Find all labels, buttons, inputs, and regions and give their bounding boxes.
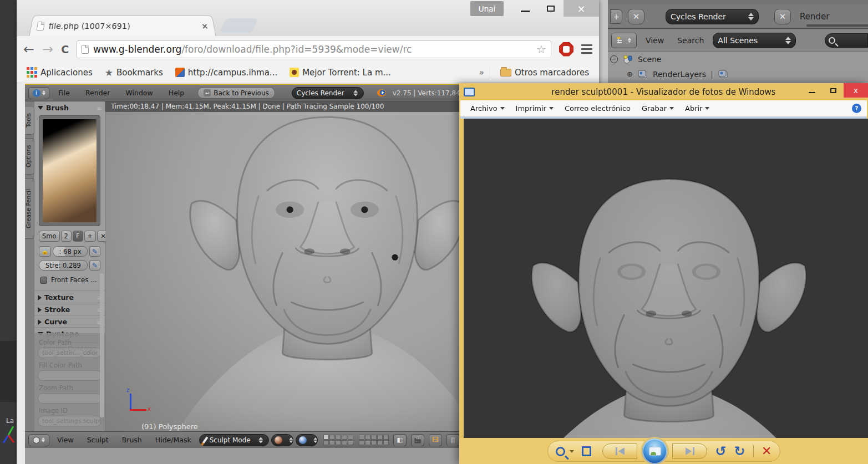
rotate-ccw-button[interactable]: ↺ <box>715 445 726 458</box>
bookmarks-overflow-button[interactable]: » <box>479 68 484 78</box>
folder-icon <box>500 69 511 77</box>
forward-button[interactable]: → <box>42 43 53 56</box>
tab-title: file.php (1007×691) <box>48 22 198 30</box>
brush-panel-header: Brush ≡ <box>34 101 105 113</box>
outliner-scope-dropdown[interactable]: All Scenes <box>713 33 796 48</box>
address-bar[interactable]: www.g-blender.org/foro/download/file.php… <box>77 40 551 58</box>
page-icon <box>82 45 89 54</box>
expand-icon[interactable]: ⊕ <box>627 70 633 78</box>
bookmark-star-icon[interactable]: ☆ <box>536 43 546 56</box>
viewer-titlebar[interactable]: render sculpt0001 - Visualizador de foto… <box>459 83 868 100</box>
shading-sphere-icon <box>299 436 307 444</box>
panel-closed-icon <box>38 295 42 300</box>
pause-icon: || <box>446 434 460 446</box>
minimize-button[interactable] <box>512 0 538 17</box>
new-tab-button[interactable] <box>220 18 258 33</box>
scene-label[interactable]: Scene <box>638 55 662 64</box>
layout-delete-button[interactable]: ✕ <box>628 9 644 24</box>
bookmark-campus[interactable]: http://campus.ihma... <box>171 68 282 78</box>
profile-button[interactable]: Unai <box>470 1 504 16</box>
editor-switch-arrows-icon <box>628 38 631 43</box>
chrome-menu-icon[interactable] <box>581 44 592 54</box>
render-engine-dropdown[interactable]: Cycles Render <box>666 9 759 24</box>
apps-grid-icon <box>27 67 37 78</box>
fit-to-window-button[interactable] <box>582 446 592 456</box>
previous-button[interactable] <box>602 443 637 459</box>
next-button[interactable] <box>672 443 707 459</box>
other-bookmarks-button[interactable]: Otros marcadores <box>496 68 593 78</box>
chrome-titlebar[interactable]: file.php (1007×691) × Unai × <box>17 0 599 36</box>
menu-imprimir[interactable]: Imprimir <box>511 104 558 113</box>
panel-scrollbar <box>100 273 104 417</box>
lamp-label-partial: La <box>6 417 14 425</box>
editor-switch-arrows-icon <box>42 90 45 95</box>
outliner-tree: − Scene ⊕ RenderLayers | <box>608 52 868 83</box>
viewer-minimize-button[interactable] <box>801 83 823 98</box>
menu-archivo[interactable]: Archivo <box>466 104 509 113</box>
viewport-editor-button <box>28 434 49 446</box>
collapse-icon[interactable]: − <box>610 55 618 63</box>
caret-down-icon <box>500 107 505 110</box>
editor-type-button[interactable] <box>611 33 637 48</box>
outliner-search-field[interactable] <box>825 33 868 48</box>
strength-slider: Stre: 0.289 <box>39 260 88 271</box>
outliner-menu-view[interactable]: View <box>641 36 668 45</box>
bookmark-torrent[interactable]: Mejor Torrent: La m... <box>285 68 395 78</box>
slideshow-button[interactable] <box>641 437 669 464</box>
menu-abrir[interactable]: Abrir <box>681 104 714 113</box>
delete-button[interactable]: ✕ <box>762 445 771 457</box>
strength-row: Stre: 0.289 ✎ <box>34 257 105 271</box>
proportional-edit-icon: ◧ <box>393 434 407 446</box>
radius-slider: : 68 px <box>53 246 88 257</box>
outliner-row-scene[interactable]: − Scene <box>608 52 868 67</box>
search-icon <box>829 37 835 44</box>
renderlayer-icon[interactable] <box>718 69 729 79</box>
bookmark-apps[interactable]: Aplicaciones <box>22 67 97 78</box>
back-to-previous-button: ↩ Back to Previous <box>197 87 275 99</box>
dropdown-arrows-icon <box>310 437 317 443</box>
dropdown-arrows-icon <box>350 90 358 96</box>
outliner-menu-search[interactable]: Search <box>673 36 708 45</box>
viewer-maximize-button[interactable] <box>823 83 844 98</box>
bookmark-bookmarks[interactable]: ★ Bookmarks <box>100 67 167 78</box>
menu-grabar[interactable]: Grabar <box>637 104 678 113</box>
help-button[interactable]: ? <box>852 104 861 113</box>
panel-closed-icon <box>38 307 42 313</box>
sculpt-mode-icon <box>202 436 208 444</box>
torrent-favicon-icon <box>290 68 299 77</box>
dropdown-arrows-icon <box>781 37 791 44</box>
tool-shelf-panel: Brush ≡ Smo 2 F + ✕ 🔒 : <box>34 101 105 448</box>
outliner-row-renderlayers[interactable]: ⊕ RenderLayers | <box>608 67 868 81</box>
viewer-bottom-band: ↺ ↻ ✕ <box>459 438 868 464</box>
back-button[interactable]: ← <box>23 43 34 56</box>
scene-layers-grid-2 <box>359 435 389 445</box>
matcap-sphere-icon <box>275 436 282 444</box>
rotate-cw-button[interactable]: ↻ <box>734 445 745 458</box>
scene-delete-button[interactable]: ✕ <box>774 9 791 24</box>
menu-correo[interactable]: Correo electrónico <box>560 104 635 113</box>
browser-tab[interactable]: file.php (1007×691) × <box>29 15 216 36</box>
renderlayers-label[interactable]: RenderLayers <box>653 70 706 79</box>
reload-button[interactable]: C <box>61 43 69 55</box>
maximize-button[interactable] <box>538 0 564 17</box>
page-favicon-icon <box>36 22 45 30</box>
viewer-close-button[interactable]: x <box>844 83 868 98</box>
outliner-header: View Search All Scenes <box>608 29 868 52</box>
mode-dropdown: Sculpt Mode <box>199 434 269 446</box>
tab-tools: Tools <box>25 106 34 135</box>
color-path-label: Color Path <box>39 339 100 346</box>
tab-close-button[interactable]: × <box>201 22 209 30</box>
screen-icon: ↩ <box>204 89 211 96</box>
tab-grease-pencil: Grease Pencil <box>25 178 34 239</box>
zoom-button[interactable] <box>556 447 574 456</box>
checkbox-icon <box>40 277 47 284</box>
fill-color-path-label: Fill Color Path <box>39 361 100 369</box>
layout-add-button[interactable]: + <box>610 9 622 24</box>
blender-viewport-left-sliver: La <box>0 0 17 464</box>
campus-favicon-icon <box>175 68 185 77</box>
background-panel-fragment <box>0 341 17 402</box>
active-object-label: (91) Polysphere <box>141 422 198 431</box>
adblock-stop-icon[interactable] <box>559 42 573 57</box>
vp-menu-brush: Brush <box>116 436 148 444</box>
close-button[interactable]: × <box>564 0 599 17</box>
